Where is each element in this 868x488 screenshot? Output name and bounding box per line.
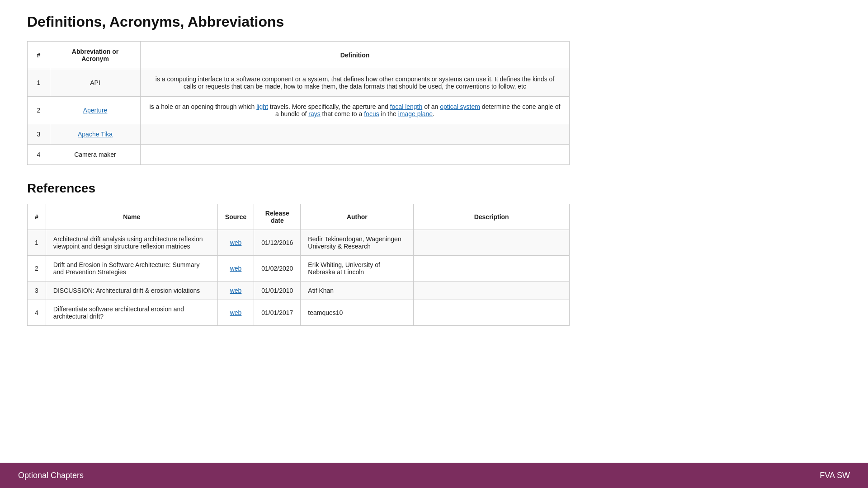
ref-name: Drift and Erosion in Software Architectu…	[46, 256, 217, 282]
ref-source[interactable]: web	[217, 300, 254, 326]
references-section: References # Name Source Release date Au…	[27, 181, 570, 326]
ref-source[interactable]: web	[217, 282, 254, 300]
ref-date: 01/02/2020	[254, 256, 301, 282]
light-link[interactable]: light	[256, 103, 268, 110]
ref-col-name: Name	[46, 204, 217, 230]
ref-name: DISCUSSION: Architectural drift & erosio…	[46, 282, 217, 300]
ref-web-link[interactable]: web	[230, 265, 242, 272]
ref-col-source: Source	[217, 204, 254, 230]
row-abbr: Camera maker	[50, 145, 141, 165]
references-table: # Name Source Release date Author Descri…	[27, 204, 570, 326]
ref-date: 01/01/2017	[254, 300, 301, 326]
image-plane-link[interactable]: image plane	[398, 110, 433, 117]
ref-col-author: Author	[301, 204, 414, 230]
ref-col-desc: Description	[414, 204, 570, 230]
focus-link[interactable]: focus	[364, 110, 379, 117]
row-abbr: API	[50, 69, 141, 97]
row-def: is a computing interface to a software c…	[141, 69, 570, 97]
ref-web-link[interactable]: web	[230, 287, 242, 294]
ref-col-date: Release date	[254, 204, 301, 230]
ref-desc	[414, 282, 570, 300]
ref-date: 01/01/2010	[254, 282, 301, 300]
ref-num: 2	[28, 256, 46, 282]
ref-author: Atif Khan	[301, 282, 414, 300]
ref-source[interactable]: web	[217, 230, 254, 256]
table-row: 1 Architectural drift analysis using arc…	[28, 230, 570, 256]
footer-left: Optional Chapters	[18, 471, 84, 480]
table-row: 4 Camera maker	[28, 145, 570, 165]
ref-web-link[interactable]: web	[230, 309, 242, 316]
ref-author: Erik Whiting, University of Nebraska at …	[301, 256, 414, 282]
row-num: 1	[28, 69, 50, 97]
row-abbr[interactable]: Aperture	[50, 97, 141, 124]
table-row: 3 Apache Tika	[28, 124, 570, 145]
definitions-table: # Abbreviation or Acronym Definition 1 A…	[27, 41, 570, 165]
ref-col-num: #	[28, 204, 46, 230]
table-row: 3 DISCUSSION: Architectural drift & eros…	[28, 282, 570, 300]
row-num: 2	[28, 97, 50, 124]
ref-desc	[414, 230, 570, 256]
row-def	[141, 145, 570, 165]
ref-name: Architectural drift analysis using archi…	[46, 230, 217, 256]
ref-num: 3	[28, 282, 46, 300]
ref-name: Differentiate software architectural ero…	[46, 300, 217, 326]
table-row: 1 API is a computing interface to a soft…	[28, 69, 570, 97]
row-abbr[interactable]: Apache Tika	[50, 124, 141, 145]
apache-tika-link[interactable]: Apache Tika	[78, 131, 113, 138]
ref-author: teamques10	[301, 300, 414, 326]
table-row: 2 Aperture is a hole or an opening throu…	[28, 97, 570, 124]
table-row: 2 Drift and Erosion in Software Architec…	[28, 256, 570, 282]
def-col-num: #	[28, 42, 50, 69]
def-col-abbr: Abbreviation or Acronym	[50, 42, 141, 69]
ref-web-link[interactable]: web	[230, 239, 242, 246]
optical-system-link[interactable]: optical system	[440, 103, 480, 110]
ref-num: 1	[28, 230, 46, 256]
row-num: 3	[28, 124, 50, 145]
aperture-link[interactable]: Aperture	[83, 107, 108, 114]
ref-desc	[414, 300, 570, 326]
ref-num: 4	[28, 300, 46, 326]
footer-right: FVA SW	[820, 471, 850, 480]
page-title: Definitions, Acronyms, Abbreviations	[27, 14, 841, 30]
def-col-def: Definition	[141, 42, 570, 69]
row-def	[141, 124, 570, 145]
ref-source[interactable]: web	[217, 256, 254, 282]
ref-author: Bedir Tekinerdogan, Wageningen Universit…	[301, 230, 414, 256]
footer: Optional Chapters FVA SW	[0, 463, 868, 488]
row-num: 4	[28, 145, 50, 165]
row-def: is a hole or an opening through which li…	[141, 97, 570, 124]
rays-link[interactable]: rays	[308, 110, 320, 117]
ref-desc	[414, 256, 570, 282]
focal-length-link[interactable]: focal length	[390, 103, 423, 110]
references-title: References	[27, 181, 570, 196]
table-row: 4 Differentiate software architectural e…	[28, 300, 570, 326]
ref-date: 01/12/2016	[254, 230, 301, 256]
